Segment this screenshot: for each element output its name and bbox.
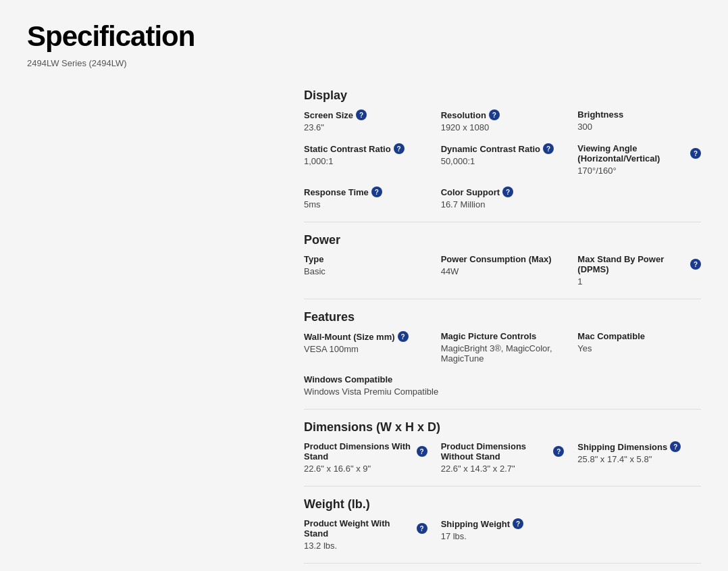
spec-item: Dynamic Contrast Ratio?50,000:1 [441,143,565,176]
spec-label: Response Time? [304,187,427,197]
spec-value: Yes [577,343,701,353]
spec-value: 22.6" x 16.6" x 9" [304,464,427,474]
section-title-power: Power [304,233,701,247]
spec-label: Mac Compatible [577,331,701,341]
section-title-display: Display [304,89,701,103]
spec-value: 16.7 Million [441,199,565,209]
section-features: FeaturesWall-Mount (Size mm)?VESA 100mmM… [304,310,701,397]
spec-value: 300 [577,122,701,132]
help-icon[interactable]: ? [553,446,564,457]
section-display: DisplayScreen Size?23.6"Resolution?1920 … [304,89,701,209]
spec-label: Viewing Angle (Horizontal/Vertical)? [577,143,701,164]
spec-value: 17 lbs. [441,531,565,541]
spec-item: Screen Size?23.6" [304,109,427,132]
spec-label: Product Dimensions Without Stand? [441,441,565,462]
section-power: PowerTypeBasicPower Consumption (Max)44W… [304,233,701,287]
spec-label: Color Support? [441,187,565,197]
spec-label: Shipping Weight? [441,518,565,529]
help-icon[interactable]: ? [398,331,409,342]
spec-item: Power Consumption (Max)44W [441,254,565,287]
spec-label: Product Weight With Stand? [304,518,427,539]
spec-label: Wall-Mount (Size mm)? [304,331,427,342]
spec-grid-power: TypeBasicPower Consumption (Max)44WMax S… [304,254,701,287]
section-dimensions: Dimensions (W x H x D)Product Dimensions… [304,420,701,474]
spec-value: 1,000:1 [304,156,427,166]
section-title-dimensions: Dimensions (W x H x D) [304,420,701,435]
spec-content: DisplayScreen Size?23.6"Resolution?1920 … [304,89,701,571]
spec-value: 25.8" x 17.4" x 5.8" [577,454,701,464]
help-icon[interactable]: ? [489,109,500,120]
spec-label: Screen Size? [304,109,427,120]
help-icon[interactable]: ? [394,143,405,154]
spec-label: Brightness [577,109,701,120]
spec-item: Product Weight With Stand?13.2 lbs. [304,518,427,551]
spec-label: Magic Picture Controls [441,331,565,341]
help-icon[interactable]: ? [417,446,427,457]
spec-value: 13.2 lbs. [304,541,427,551]
help-icon[interactable]: ? [356,109,367,120]
spec-label: Max Stand By Power (DPMS)? [577,254,701,274]
help-icon[interactable]: ? [513,518,523,529]
spec-item: Product Dimensions Without Stand?22.6" x… [441,441,565,474]
spec-item: Product Dimensions With Stand?22.6" x 16… [304,441,427,474]
spec-item: Response Time?5ms [304,187,427,209]
section-weight: Weight (lb.)Product Weight With Stand?13… [304,497,701,551]
help-icon[interactable]: ? [543,143,554,154]
left-spacer [27,89,277,571]
spec-value: 23.6" [304,122,427,132]
section-title-features: Features [304,310,701,324]
section-divider [304,486,701,487]
spec-label: Power Consumption (Max) [441,254,565,264]
section-divider [304,409,701,409]
spec-label: Product Dimensions With Stand? [304,441,427,462]
spec-label: Dynamic Contrast Ratio? [441,143,565,154]
spec-item: Viewing Angle (Horizontal/Vertical)?170°… [577,143,701,176]
spec-value: 50,000:1 [441,156,565,166]
spec-label: Windows Compatible [304,374,701,384]
spec-item: Mac CompatibleYes [577,331,701,364]
spec-label: Resolution? [441,109,565,120]
spec-grid-display: Screen Size?23.6"Resolution?1920 x 1080B… [304,109,701,209]
spec-value: Windows Vista Premiu Compatible [304,387,701,397]
spec-item: Resolution?1920 x 1080 [441,109,565,132]
section-divider [304,299,701,299]
spec-value: 170°/160° [577,166,701,176]
spec-item: TypeBasic [304,254,427,287]
spec-item: Windows CompatibleWindows Vista Premiu C… [304,374,701,397]
section-title-weight: Weight (lb.) [304,497,701,512]
page-title: Specification [27,20,701,53]
spec-value: MagicBright 3®, MagicColor, MagicTune [441,343,565,364]
spec-label: Static Contrast Ratio? [304,143,427,154]
section-divider [304,222,701,222]
spec-item: Wall-Mount (Size mm)?VESA 100mm [304,331,427,364]
spec-value: 22.6" x 14.3" x 2.7" [441,464,565,474]
spec-item: Shipping Weight?17 lbs. [441,518,565,551]
section-divider [304,563,701,564]
spec-item: Magic Picture ControlsMagicBright 3®, Ma… [441,331,565,364]
spec-value: Basic [304,266,427,276]
spec-value: 1 [577,276,701,287]
spec-item: Max Stand By Power (DPMS)?1 [577,254,701,287]
help-icon[interactable]: ? [690,259,701,270]
spec-item: Color Support?16.7 Million [441,187,565,209]
spec-label: Type [304,254,427,264]
spec-grid-weight: Product Weight With Stand?13.2 lbs.Shipp… [304,518,701,551]
spec-value: 5ms [304,199,427,209]
spec-item: Static Contrast Ratio?1,000:1 [304,143,427,176]
spec-grid-dimensions: Product Dimensions With Stand?22.6" x 16… [304,441,701,474]
spec-item: Brightness300 [577,109,701,132]
spec-value: VESA 100mm [304,344,427,354]
help-icon[interactable]: ? [417,523,427,534]
spec-value: 44W [441,266,565,276]
series-label: 2494LW Series (2494LW) [27,58,701,68]
spec-value: 1920 x 1080 [441,122,565,132]
spec-grid-features: Wall-Mount (Size mm)?VESA 100mmMagic Pic… [304,331,701,364]
help-icon[interactable]: ? [670,441,681,452]
help-icon[interactable]: ? [371,187,382,197]
spec-item: Shipping Dimensions?25.8" x 17.4" x 5.8" [577,441,701,474]
help-icon[interactable]: ? [502,187,513,197]
spec-label: Shipping Dimensions? [577,441,701,452]
help-icon[interactable]: ? [690,148,701,159]
